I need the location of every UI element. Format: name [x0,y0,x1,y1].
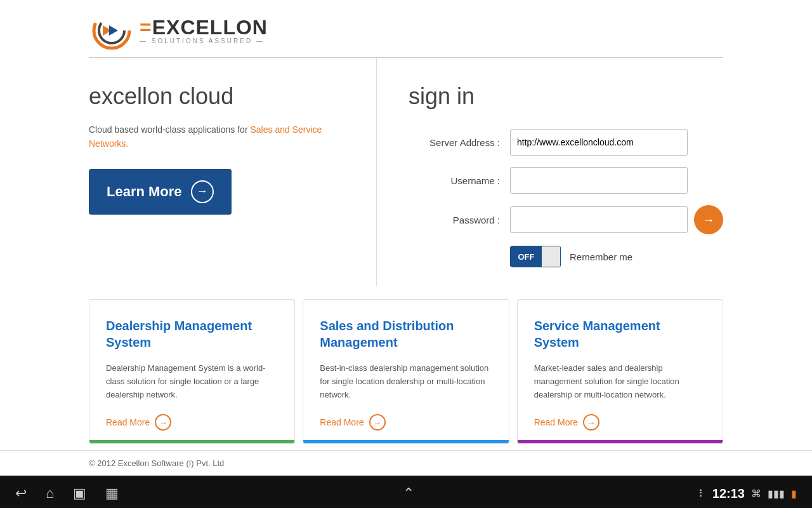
logo-e-prefix: = [140,16,152,39]
card-2: Service Management System Market-leader … [517,299,723,444]
logo-icon [89,11,134,50]
password-row: Password : → [409,205,723,234]
read-more-arrow-icon-0: → [155,414,171,431]
password-label: Password : [409,215,510,225]
svg-marker-3 [109,25,118,36]
card-bottom-bar-1 [303,440,508,443]
apps-icon[interactable]: ▦ [105,485,119,502]
cloud-title: excellon cloud [89,83,357,110]
cloud-description: Cloud based world-class applications for… [89,123,357,151]
left-panel: excellon cloud Cloud based world-class a… [89,58,377,286]
cards-section: Dealership Management System Dealership … [0,299,812,444]
server-address-row: Server Address : [409,129,723,156]
read-more-link-1[interactable]: Read More → [320,414,492,431]
card-bottom-bar-2 [518,440,723,443]
back-icon[interactable]: ↩ [15,485,27,502]
read-more-link-2[interactable]: Read More → [534,414,706,431]
card-desc-0: Dealership Management System is a world-… [106,362,278,401]
home-icon[interactable]: ⌂ [46,485,54,502]
clock: 12:13 [712,486,745,501]
taskbar-center: ⌃ [403,485,414,502]
footer: © 2012 Excellon Software (I) Pvt. Ltd [0,450,812,476]
recents-icon[interactable]: ▣ [73,485,86,502]
logo-tagline: — SOLUTIONS ASSURED — [140,37,268,44]
read-more-arrow-icon-2: → [583,414,599,431]
server-input[interactable] [510,129,688,156]
card-desc-2: Market-leader sales and dealership manag… [534,362,706,401]
read-more-label-0: Read More [106,417,150,427]
description-prefix: Cloud based world-class applications for [89,124,250,135]
header: =EXCELLON — SOLUTIONS ASSURED — [0,0,812,57]
username-label: Username : [409,175,510,186]
learn-more-label: Learn More [107,184,182,200]
card-title-0: Dealership Management System [106,318,278,351]
learn-more-button[interactable]: Learn More → [89,169,232,215]
card-title-2: Service Management System [534,318,706,351]
server-label: Server Address : [409,137,510,148]
taskbar-right: ⠇ 12:13 ⌘ ▮▮▮ ▮ [698,486,797,501]
read-more-arrow-icon-1: → [369,414,386,431]
read-more-label-2: Read More [534,417,578,427]
logo: =EXCELLON — SOLUTIONS ASSURED — [89,11,268,50]
wifi-icon: ⌘ [751,488,761,500]
read-more-label-1: Read More [320,417,363,427]
learn-more-arrow-icon: → [191,180,214,203]
card-0: Dealership Management System Dealership … [89,299,295,444]
taskbar-left: ↩ ⌂ ▣ ▦ [15,485,119,502]
remember-row: OFF Remember me [510,246,723,267]
copyright-text: © 2012 Excellon Software (I) Pvt. Ltd [89,458,224,468]
card-title-1: Sales and Distribution Management [320,318,492,351]
nav-up-icon[interactable]: ⌃ [403,485,414,502]
card-desc-1: Best-in-class dealership management solu… [320,362,492,401]
remember-me-label: Remember me [570,251,632,262]
card-bottom-bar-0 [89,440,294,443]
remember-toggle[interactable]: OFF [510,246,561,267]
logo-text: =EXCELLON — SOLUTIONS ASSURED — [140,17,268,44]
sign-in-title: sign in [409,83,723,110]
toggle-knob [542,246,560,267]
card-1: Sales and Distribution Management Best-i… [303,299,509,444]
logo-brand: =EXCELLON [140,17,268,37]
submit-button[interactable]: → [694,205,723,234]
battery-icon: ▮ [791,488,797,500]
right-panel: sign in Server Address : Username : Pass… [377,58,723,286]
read-more-link-0[interactable]: Read More → [106,414,278,431]
main-content: excellon cloud Cloud based world-class a… [0,58,812,286]
username-row: Username : [409,167,723,194]
signal-icon: ▮▮▮ [768,488,785,500]
usb-icon: ⠇ [698,488,706,500]
password-input[interactable] [510,206,688,233]
toggle-off-label: OFF [511,246,542,267]
taskbar: ↩ ⌂ ▣ ▦ ⌃ ⠇ 12:13 ⌘ ▮▮▮ ▮ [0,476,812,508]
username-input[interactable] [510,167,688,194]
